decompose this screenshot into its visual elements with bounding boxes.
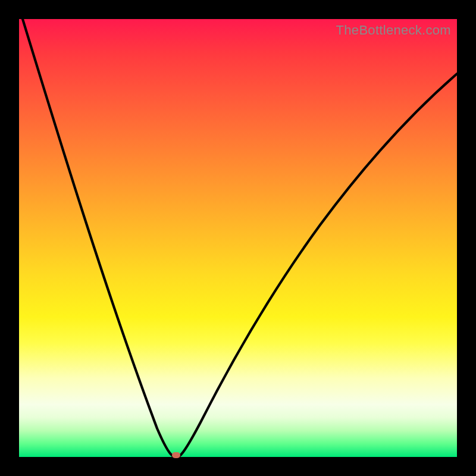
- bottleneck-curve: [19, 19, 457, 457]
- curve-path: [23, 19, 457, 456]
- chart-frame: TheBottleneck.com: [0, 0, 476, 476]
- plot-area: TheBottleneck.com: [19, 19, 457, 457]
- watermark-text: TheBottleneck.com: [336, 23, 451, 38]
- optimal-marker: [172, 452, 180, 458]
